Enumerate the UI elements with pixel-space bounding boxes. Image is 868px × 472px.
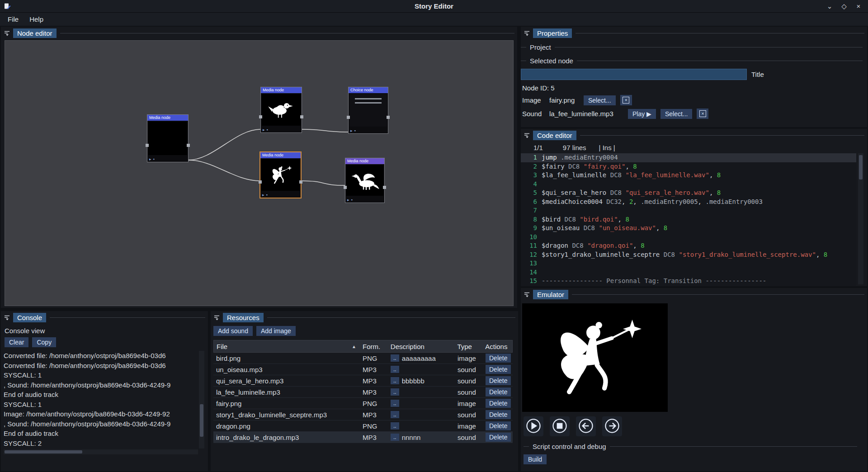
- line-count: 97 lines: [563, 144, 586, 151]
- delete-button[interactable]: Delete: [486, 421, 511, 430]
- console-horizontal-scrollbar[interactable]: [4, 449, 198, 454]
- delete-button[interactable]: Delete: [486, 387, 511, 396]
- copy-button[interactable]: Copy: [32, 337, 56, 347]
- port-in[interactable]: [347, 116, 350, 119]
- port-in[interactable]: [146, 144, 149, 147]
- delete-button[interactable]: Delete: [486, 433, 511, 442]
- node-play-icon[interactable]: ▸: [262, 193, 264, 197]
- collapse-icon[interactable]: [524, 30, 530, 37]
- sound-clear-button[interactable]: ×: [697, 109, 708, 119]
- line-number: 7: [521, 206, 542, 215]
- collapse-icon[interactable]: [524, 291, 530, 298]
- table-row[interactable]: story1_drako_luminelle_sceptre.mp3MP3..s…: [213, 409, 513, 420]
- add-image-button[interactable]: Add image: [256, 326, 296, 336]
- table-row[interactable]: intro_drako_le_dragon.mp3MP3..nnnnnsound…: [213, 432, 513, 443]
- node-play-icon[interactable]: ▸: [263, 127, 265, 132]
- code-editor-panel: Code editor 1/1 97 lines | Ins | 1jump .…: [521, 129, 867, 286]
- table-row[interactable]: fairy.pngPNG..imageDelete: [213, 398, 513, 409]
- description-button[interactable]: ..: [391, 400, 399, 407]
- code-editor-area[interactable]: 1jump .mediaEntry00042$fairy DC8 "fairy.…: [521, 153, 856, 286]
- table-row[interactable]: bird.pngPNG..aaaaaaaaaimageDelete: [213, 353, 513, 364]
- node-dragon[interactable]: Media node ▸▪: [345, 158, 385, 203]
- description-button[interactable]: ..: [391, 354, 399, 362]
- code-line: 4: [521, 180, 856, 189]
- clear-button[interactable]: Clear: [5, 337, 28, 347]
- console-vertical-scrollbar[interactable]: [199, 351, 204, 448]
- scrollbar-thumb[interactable]: [5, 450, 82, 453]
- table-row[interactable]: dragon.pngPNG..imageDelete: [213, 420, 513, 432]
- node-stop-icon[interactable]: ▪: [267, 127, 268, 132]
- node-body: [346, 165, 383, 196]
- port-in[interactable]: [259, 180, 262, 184]
- description-button[interactable]: ..: [391, 434, 399, 441]
- column-actions[interactable]: Actions: [482, 343, 512, 350]
- delete-button[interactable]: Delete: [486, 376, 511, 385]
- port-out[interactable]: [300, 115, 303, 118]
- table-row[interactable]: qui_sera_le_hero.mp3MP3..bbbbbbsoundDele…: [213, 375, 513, 387]
- minimize-button[interactable]: ⌄: [826, 2, 834, 10]
- code-token: DC8: [568, 242, 587, 249]
- description-button[interactable]: ..: [391, 411, 399, 418]
- port-out[interactable]: [299, 180, 302, 184]
- column-type[interactable]: Type: [454, 343, 482, 350]
- description-button[interactable]: ..: [391, 377, 399, 384]
- line-number: 13: [521, 259, 542, 268]
- table-row[interactable]: la_fee_luminelle.mp3MP3..soundDelete: [213, 387, 513, 398]
- node-stop-icon[interactable]: ▪: [153, 157, 155, 161]
- play-sound-button[interactable]: Play ▶: [628, 109, 656, 119]
- node-play-icon[interactable]: ▸: [347, 198, 349, 202]
- code-content: $mediaChoice0004 DC32, 2, .mediaEntry000…: [542, 198, 763, 207]
- close-button[interactable]: ×: [854, 2, 863, 10]
- collapse-icon[interactable]: [524, 132, 530, 139]
- delete-button[interactable]: Delete: [486, 365, 511, 374]
- scrollbar-thumb[interactable]: [859, 155, 863, 179]
- node-play-icon[interactable]: ▸: [149, 157, 151, 161]
- code-vertical-scrollbar[interactable]: [858, 153, 863, 284]
- add-sound-button[interactable]: Add sound: [213, 326, 253, 336]
- table-row[interactable]: un_oiseau.mp3MP3..soundDelete: [213, 364, 513, 375]
- node-play-icon[interactable]: ▸: [350, 128, 353, 133]
- collapse-icon[interactable]: [4, 314, 10, 321]
- next-button[interactable]: [602, 416, 622, 436]
- port-in[interactable]: [344, 186, 347, 189]
- menu-file[interactable]: File: [3, 14, 24, 24]
- title-input[interactable]: [521, 69, 747, 80]
- node-fairy[interactable]: Media node ▸▪: [259, 151, 302, 198]
- play-button[interactable]: [524, 416, 543, 436]
- port-out[interactable]: [387, 116, 390, 119]
- column-file[interactable]: File ▲: [214, 343, 360, 350]
- scrollbar-thumb[interactable]: [200, 404, 203, 437]
- stop-button[interactable]: [550, 416, 570, 436]
- sound-select-button[interactable]: Select...: [660, 109, 693, 119]
- delete-button[interactable]: Delete: [486, 354, 511, 363]
- node-stop-icon[interactable]: ▪: [354, 128, 356, 133]
- image-clear-button[interactable]: ×: [620, 95, 632, 105]
- build-button[interactable]: Build: [524, 454, 547, 464]
- port-out[interactable]: [187, 144, 190, 147]
- node-canvas[interactable]: Media node▸▪Media node ▸▪Choice node▸▪Me…: [5, 40, 514, 306]
- node-choice[interactable]: Choice node▸▪: [348, 87, 388, 134]
- collapse-icon[interactable]: [4, 30, 10, 37]
- description-button[interactable]: ..: [391, 388, 399, 396]
- collapse-icon[interactable]: [213, 314, 220, 321]
- delete-button[interactable]: Delete: [486, 399, 511, 408]
- menu-help[interactable]: Help: [24, 14, 48, 24]
- console-buttons: Clear Copy: [5, 337, 208, 347]
- node-intro[interactable]: Media node▸▪: [147, 114, 189, 162]
- maximize-button[interactable]: ◇: [840, 2, 848, 10]
- port-in[interactable]: [259, 115, 262, 118]
- prev-button[interactable]: [576, 416, 596, 436]
- delete-button[interactable]: Delete: [486, 410, 511, 419]
- node-stop-icon[interactable]: ▪: [351, 198, 353, 202]
- code-content: $qui_sera_le_hero DC8 "qui_sera_le_hero.…: [542, 189, 721, 198]
- description-button[interactable]: ..: [391, 366, 399, 373]
- column-format[interactable]: Form.: [360, 343, 388, 350]
- description-button[interactable]: ..: [391, 422, 399, 430]
- properties-header: Properties: [521, 27, 867, 39]
- node-stop-icon[interactable]: ▪: [266, 193, 268, 197]
- port-out[interactable]: [383, 186, 386, 189]
- node-bird[interactable]: Media node ▸▪: [260, 87, 302, 133]
- image-select-button[interactable]: Select...: [584, 95, 616, 105]
- line-number: 12: [521, 250, 542, 260]
- column-description[interactable]: Description: [388, 343, 455, 350]
